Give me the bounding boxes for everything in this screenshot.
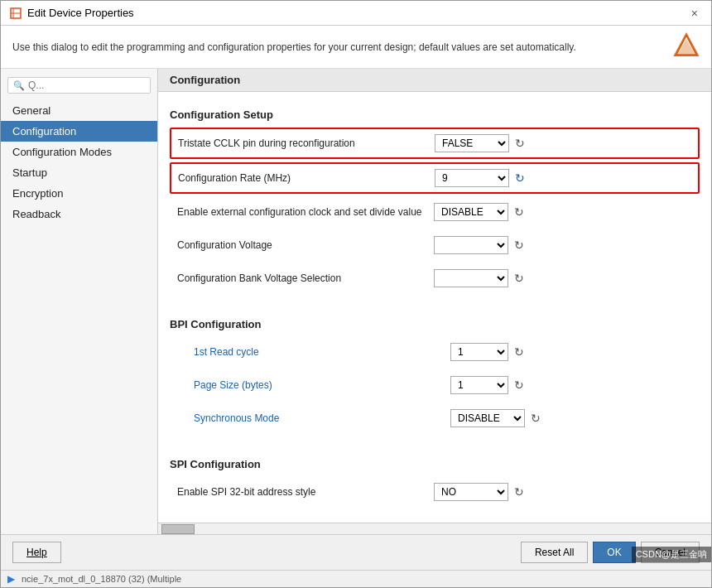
dialog-title: Edit Device Properties — [27, 7, 134, 19]
app-icon — [9, 7, 22, 20]
sidebar-item-configuration[interactable]: Configuration — [1, 121, 157, 142]
row-label-config-rate: Configuration Rate (MHz) — [178, 172, 435, 184]
row-config-rate: Configuration Rate (MHz) 9 6 3 12 ↻ — [170, 162, 700, 194]
config-bank-voltage-select[interactable]: 1.5 1.8 2.5 3.3 — [434, 269, 508, 287]
sidebar-item-general[interactable]: General — [1, 100, 157, 121]
horizontal-scrollbar[interactable] — [158, 523, 711, 534]
row-label-synchronous-mode: Synchronous Mode — [194, 412, 450, 424]
enable-spi-32bit-reset-btn[interactable]: ↻ — [512, 485, 527, 499]
row-control-synchronous-mode: DISABLE ENABLE ↻ — [450, 409, 543, 427]
row-enable-spi-32bit: Enable SPI 32-bit address style NO YES ↻ — [170, 477, 700, 507]
ok-button[interactable]: OK — [593, 542, 635, 563]
sidebar-item-readback[interactable]: Readback — [1, 204, 157, 224]
row-label-ext-config-clock: Enable external configuration clock and … — [177, 206, 434, 218]
row-ext-config-clock: Enable external configuration clock and … — [170, 197, 700, 227]
row-control-first-read-cycle: 1 2 3 4 ↻ — [450, 343, 527, 361]
row-control-ext-config-clock: DISABLE ENABLE ↻ — [434, 203, 527, 221]
config-bank-voltage-reset-btn[interactable]: ↻ — [512, 272, 527, 285]
synchronous-mode-reset-btn[interactable]: ↻ — [528, 412, 543, 425]
edit-device-properties-dialog: Edit Device Properties × Use this dialog… — [0, 0, 712, 588]
row-label-page-size: Page Size (bytes) — [194, 379, 450, 391]
page-size-select[interactable]: 1 4 8 — [450, 376, 508, 394]
content-header: Configuration — [158, 69, 711, 92]
bottom-bar-text: ncie_7x_mot_dl_0_18870 (32) (Multiple — [22, 574, 181, 584]
row-label-config-voltage: Configuration Voltage — [177, 239, 434, 251]
footer-left: Help — [12, 542, 61, 563]
row-label-first-read-cycle: 1st Read cycle — [194, 346, 450, 358]
row-config-voltage: Configuration Voltage 1.5 1.8 2.5 3.3 ↻ — [170, 230, 700, 260]
sidebar-item-startup[interactable]: Startup — [1, 162, 157, 183]
title-bar-left: Edit Device Properties — [9, 7, 134, 20]
content-panel: Configuration Configuration Setup Trista… — [158, 69, 711, 534]
config-voltage-reset-btn[interactable]: ↻ — [512, 239, 527, 252]
help-button[interactable]: Help — [12, 542, 61, 563]
bottom-bar: ▶ ncie_7x_mot_dl_0_18870 (32) (Multiple — [1, 570, 711, 587]
config-rate-select[interactable]: 9 6 3 12 — [435, 169, 509, 187]
row-control-config-bank-voltage: 1.5 1.8 2.5 3.3 ↻ — [434, 269, 527, 287]
footer: Help Reset All OK Cancel — [1, 534, 711, 570]
synchronous-mode-select[interactable]: DISABLE ENABLE — [450, 409, 525, 427]
section-title-config-setup: Configuration Setup — [170, 108, 700, 121]
config-voltage-select[interactable]: 1.5 1.8 2.5 3.3 — [434, 236, 508, 254]
page-size-reset-btn[interactable]: ↻ — [512, 378, 527, 392]
info-bar: Use this dialog to edit the programming … — [1, 26, 711, 69]
first-read-cycle-reset-btn[interactable]: ↻ — [512, 345, 527, 359]
row-control-config-voltage: 1.5 1.8 2.5 3.3 ↻ — [434, 236, 527, 254]
search-input[interactable] — [28, 80, 145, 91]
horizontal-scrollbar-thumb[interactable] — [161, 524, 195, 534]
tristate-cclk-select[interactable]: FALSE TRUE — [435, 134, 509, 152]
help-label: Help — [26, 547, 47, 558]
ext-config-clock-reset-btn[interactable]: ↻ — [512, 205, 527, 219]
tristate-cclk-reset-btn[interactable]: ↻ — [512, 137, 527, 150]
config-rate-reset-btn[interactable]: ↻ — [512, 171, 527, 185]
row-page-size: Page Size (bytes) 1 4 8 ↻ — [170, 370, 700, 400]
sidebar-item-configuration-modes[interactable]: Configuration Modes — [1, 142, 157, 162]
vivado-logo — [673, 32, 700, 61]
row-control-tristate-cclk: FALSE TRUE ↻ — [435, 134, 527, 152]
row-label-tristate-cclk: Tristate CCLK pin during reconfiguration — [178, 137, 435, 149]
row-control-page-size: 1 4 8 ↻ — [450, 376, 527, 394]
row-first-read-cycle: 1st Read cycle 1 2 3 4 ↻ — [170, 337, 700, 367]
main-area: 🔍 General Configuration Configuration Mo… — [1, 69, 711, 534]
watermark: CSDN@是三金呐 — [632, 547, 711, 562]
row-config-bank-voltage: Configuration Bank Voltage Selection 1.5… — [170, 263, 700, 293]
row-label-enable-spi-32bit: Enable SPI 32-bit address style — [177, 486, 434, 498]
info-text: Use this dialog to edit the programming … — [12, 41, 673, 53]
bottom-bar-icon: ▶ — [7, 573, 15, 585]
first-read-cycle-select[interactable]: 1 2 3 4 — [450, 343, 508, 361]
close-button[interactable]: × — [686, 6, 703, 21]
sidebar-item-encryption[interactable]: Encryption — [1, 183, 157, 204]
sidebar: 🔍 General Configuration Configuration Mo… — [1, 69, 158, 534]
search-icon: 🔍 — [13, 80, 25, 91]
row-control-config-rate: 9 6 3 12 ↻ — [435, 169, 527, 187]
section-title-spi: SPI Configuration — [170, 458, 700, 470]
row-synchronous-mode: Synchronous Mode DISABLE ENABLE ↻ — [170, 403, 700, 433]
reset-all-button[interactable]: Reset All — [521, 542, 588, 563]
row-tristate-cclk: Tristate CCLK pin during reconfiguration… — [170, 128, 700, 159]
ext-config-clock-select[interactable]: DISABLE ENABLE — [434, 203, 508, 221]
title-bar: Edit Device Properties × — [1, 1, 711, 26]
row-control-enable-spi-32bit: NO YES ↻ — [434, 483, 527, 501]
row-label-config-bank-voltage: Configuration Bank Voltage Selection — [177, 272, 434, 284]
search-box[interactable]: 🔍 — [7, 77, 151, 94]
enable-spi-32bit-select[interactable]: NO YES — [434, 483, 508, 501]
content-scroll[interactable]: Configuration Setup Tristate CCLK pin du… — [158, 92, 711, 523]
section-title-bpi: BPI Configuration — [170, 318, 700, 330]
